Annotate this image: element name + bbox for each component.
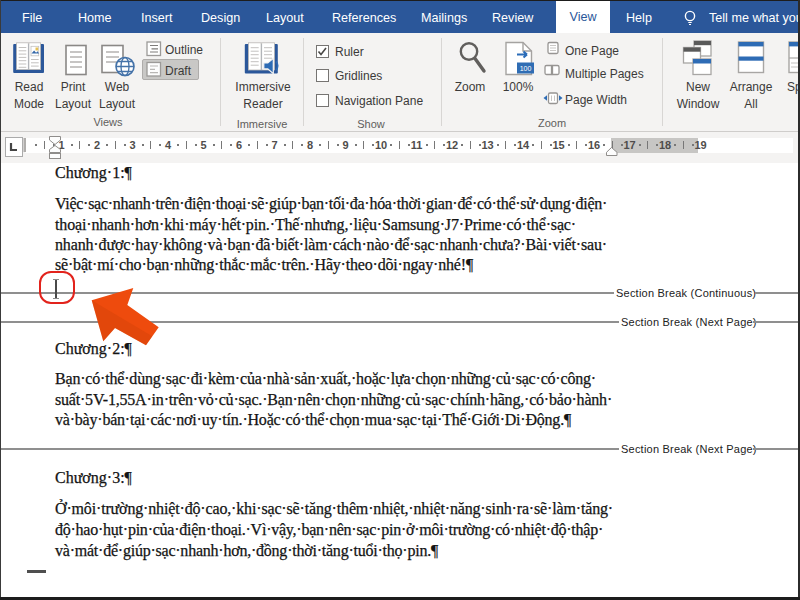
svg-text:100: 100 (520, 65, 532, 72)
